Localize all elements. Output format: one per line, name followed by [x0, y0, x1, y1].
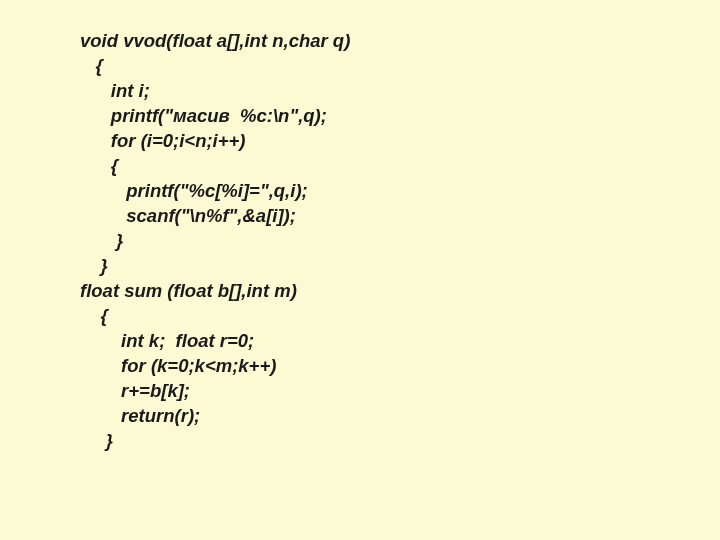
code-line: {	[80, 153, 720, 178]
code-line: float sum (float b[],int m)	[80, 278, 720, 303]
code-line: for (i=0;i<n;i++)	[80, 128, 720, 153]
code-line: r+=b[k];	[80, 378, 720, 403]
code-line: }	[80, 253, 720, 278]
code-line: int i;	[80, 78, 720, 103]
code-line: printf("масив %c:\n",q);	[80, 103, 720, 128]
code-line: }	[80, 428, 720, 453]
code-line: for (k=0;k<m;k++)	[80, 353, 720, 378]
code-line: void vvod(float a[],int n,char q)	[80, 28, 720, 53]
code-line: {	[80, 53, 720, 78]
code-line: {	[80, 303, 720, 328]
code-line: }	[80, 228, 720, 253]
code-line: printf("%c[%i]=",q,i);	[80, 178, 720, 203]
code-line: int k; float r=0;	[80, 328, 720, 353]
code-line: return(r);	[80, 403, 720, 428]
code-line: scanf("\n%f",&a[i]);	[80, 203, 720, 228]
code-slide: void vvod(float a[],int n,char q) { int …	[0, 0, 720, 540]
